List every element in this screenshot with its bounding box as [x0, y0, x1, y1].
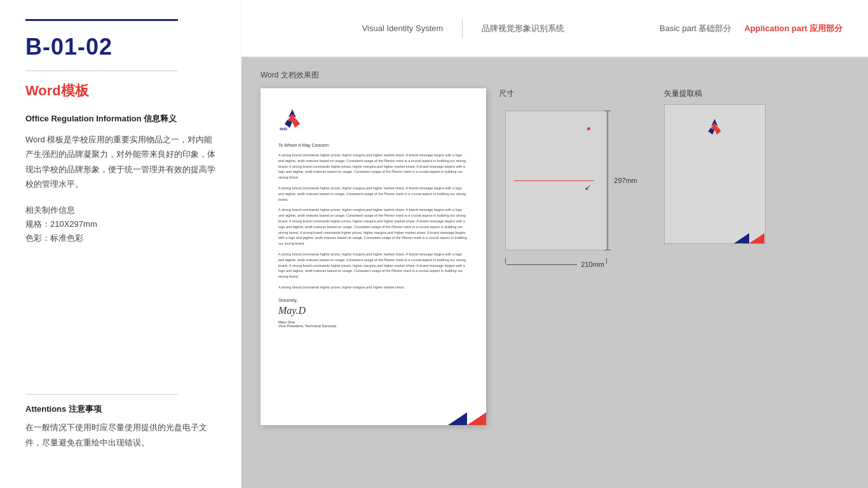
nav-title-en: Visual Identity System [362, 24, 444, 33]
dim-297-value: 297mm [614, 177, 637, 184]
doc-para1: A strong brand commands higher prices, h… [278, 152, 468, 180]
att-divider [25, 394, 178, 395]
att-text: 在一般情况下使用时应尽量使用提供的光盘电子文件，尽量避免在重绘中出现错误。 [25, 420, 215, 450]
logo-icon: SKID [278, 106, 307, 132]
size-label: 尺寸 [499, 88, 639, 99]
svg-marker-13 [749, 233, 764, 243]
content-row: SKID To Whom It May Concern: A strong br… [261, 88, 849, 425]
doc-para4: A strong brand commands higher prices, h… [278, 252, 468, 280]
left-panel: B-01-02 Word模板 Office Regulation Informa… [0, 0, 241, 488]
vector-corner [733, 218, 765, 243]
doc-logo: SKID [278, 106, 468, 132]
main-content: Word 文档效果图 SKID To Whom It May Concern: … [241, 57, 868, 488]
doc-greeting: To Whom It May Concern: [278, 143, 468, 147]
vector-logo-area [665, 105, 765, 143]
svg-point-12 [713, 123, 716, 126]
doc-para3: A strong brand commands higher prices, h… [278, 207, 468, 247]
vector-box [664, 104, 766, 244]
preview-label: Word 文档效果图 [261, 70, 849, 81]
red-line [514, 180, 594, 181]
top-nav: Visual Identity System 品牌视觉形象识别系统 Basic … [241, 0, 868, 57]
nav-app: Application part 应用部分 [744, 23, 843, 34]
doc-para5: A strong brand commands higher prices, h… [278, 285, 468, 290]
nav-center: Visual Identity System 品牌视觉形象识别系统 [267, 19, 660, 38]
page-code: B-01-02 [25, 34, 215, 60]
vector-logo-icon [703, 116, 727, 138]
doc-signature: Sincerely, May.D Mary Doe Vice President… [278, 298, 468, 328]
dim-297-container: 297mm [601, 111, 637, 250]
nav-basic: Basic part 基础部分 [660, 23, 731, 34]
size-panel: 尺寸 ↙ [499, 88, 639, 278]
svg-text:SKID: SKID [280, 127, 287, 131]
section-title: Word模板 [25, 81, 215, 100]
meta-title: 相关制作信息 [25, 205, 215, 216]
sincerely: Sincerely, [278, 298, 468, 302]
vector-panel: 矢量提取稿 [664, 88, 766, 278]
dim-210-container: 210mm [505, 261, 607, 268]
svg-marker-14 [734, 233, 749, 243]
svg-marker-7 [448, 412, 467, 425]
red-dot [587, 127, 590, 130]
svg-marker-6 [467, 412, 486, 425]
word-document: SKID To Whom It May Concern: A strong br… [261, 88, 486, 425]
meta-color: 色彩：标准色彩 [25, 233, 215, 244]
attentions-section: Attentions 注意事项 在一般情况下使用时应尽量使用提供的光盘电子文件，… [25, 394, 215, 450]
att-title: Attentions 注意事项 [25, 403, 215, 415]
mid-divider [25, 71, 178, 71]
dim-210-value: 210mm [581, 261, 604, 268]
info-title: Office Regulation Information 信息释义 [25, 113, 215, 125]
cursor-indicator: ↙ [585, 183, 591, 192]
doc-corner [448, 393, 486, 425]
info-text: Word 模板是学校应用的重要实用物品之一，对内能产生强烈的品牌凝聚力，对外能带… [25, 132, 215, 192]
meta-size: 规格：210X297mm [25, 219, 215, 230]
right-panels: 尺寸 ↙ [499, 88, 849, 278]
meta-section: 相关制作信息 规格：210X297mm 色彩：标准色彩 [25, 205, 215, 244]
vector-label: 矢量提取稿 [664, 88, 766, 99]
top-divider [25, 19, 178, 21]
svg-point-4 [290, 114, 294, 118]
signature-img: May.D [278, 305, 468, 316]
nav-right: Basic part 基础部分 Application part 应用部分 [660, 23, 843, 34]
nav-v-divider [462, 19, 463, 38]
sig-title: Vice President, Technical Services [278, 324, 468, 328]
nav-title-cn: 品牌视觉形象识别系统 [482, 23, 564, 34]
doc-para2: A strong brand commands higher prices, h… [278, 186, 468, 202]
panels-top-row: 尺寸 ↙ [499, 88, 849, 278]
